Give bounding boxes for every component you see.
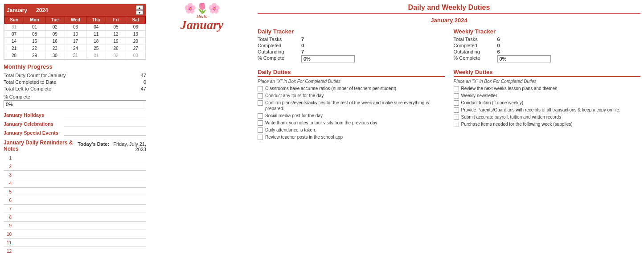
duty-text: Submit accurate payroll, tuition and wri… — [461, 114, 562, 120]
reminder-row: 2 — [4, 162, 146, 171]
progress-label: Total Completed to Date — [4, 79, 56, 85]
reminder-input-line — [13, 213, 146, 221]
calendar-day[interactable]: 20 — [126, 38, 145, 45]
calendar-day[interactable]: 09 — [45, 31, 65, 38]
tracker-value: 7 — [301, 37, 304, 42]
duty-text: Purchase items needed for the following … — [461, 121, 573, 127]
calendar-day[interactable]: 12 — [106, 31, 126, 38]
calendar-next-button[interactable]: ▼ — [136, 10, 143, 15]
page-title: Daily and Weekly Duties — [258, 4, 640, 14]
calendar-day[interactable]: 01 — [86, 52, 106, 59]
reminder-input-line — [13, 230, 146, 238]
calendar-day[interactable]: 26 — [106, 45, 126, 52]
daily-percent-label: % Complete — [258, 55, 298, 62]
duty-checkbox[interactable] — [454, 107, 459, 113]
monthly-progress-section: Monthly Progress Total Duty Count for Ja… — [4, 63, 146, 108]
daily-tracker-percent-row: % Complete — [258, 55, 445, 62]
duty-text: Confirm plans/events/activities for the … — [265, 100, 445, 111]
calendar-day[interactable]: 30 — [45, 52, 65, 59]
tracker-value: 7 — [301, 49, 304, 54]
tracker-label: Completed — [258, 43, 298, 48]
calendar-day[interactable]: 02 — [106, 52, 126, 59]
calendar-day[interactable]: 04 — [86, 24, 106, 31]
calendar-header: January 2024 ▲ ▼ — [4, 4, 146, 16]
duty-checkbox[interactable] — [258, 100, 263, 106]
daily-duties-col: Daily Duties Place an "X" in Box For Com… — [258, 69, 445, 141]
duty-checkbox[interactable] — [454, 93, 459, 99]
calendar-day[interactable]: 08 — [24, 31, 45, 38]
calendar-day[interactable]: 18 — [86, 38, 106, 45]
weekly-percent-input[interactable] — [497, 55, 551, 62]
calendar-day[interactable]: 27 — [126, 45, 145, 52]
calendar-day[interactable]: 28 — [4, 52, 24, 59]
daily-duty-item: Confirm plans/events/activities for the … — [258, 100, 445, 111]
reminder-number: 4 — [4, 181, 13, 186]
calendar-day[interactable]: 17 — [65, 38, 86, 45]
calendar-day[interactable]: 06 — [126, 24, 145, 31]
duty-text: Weekly newsletter — [461, 93, 497, 99]
duty-checkbox[interactable] — [258, 135, 263, 140]
duty-checkbox[interactable] — [258, 86, 263, 91]
calendar-day[interactable]: 03 — [126, 52, 145, 59]
calendar-day[interactable]: 31 — [65, 52, 86, 59]
percent-complete-label: % Complete — [4, 94, 146, 99]
calendar-day[interactable]: 22 — [24, 45, 45, 52]
calendar-day[interactable]: 29 — [24, 52, 45, 59]
left-column: January 2024 ▲ ▼ Sun Mon Tue Wed Thu — [4, 4, 146, 255]
duty-checkbox[interactable] — [454, 122, 459, 127]
calendar-day[interactable]: 03 — [65, 24, 86, 31]
calendar-day[interactable]: 05 — [106, 24, 126, 31]
daily-percent-input[interactable] — [301, 55, 355, 62]
reminders-section: January Daily Reminders & Notes Today's … — [4, 140, 146, 255]
calendar-day[interactable]: 13 — [126, 31, 145, 38]
daily-tracker-title: Daily Tracker — [258, 28, 445, 35]
weekly-tracker-row: Outstanding6 — [454, 49, 641, 54]
logo-flowers-top: 🌸🌷🌸 — [180, 4, 223, 13]
duty-checkbox[interactable] — [454, 100, 459, 106]
calendar-prev-button[interactable]: ▲ — [136, 5, 143, 10]
trackers-row: Daily Tracker Total Tasks7Completed0Outs… — [258, 28, 640, 63]
calendar-day[interactable]: 10 — [65, 31, 86, 38]
info-row: January Special Events — [4, 130, 146, 136]
hello-january-logo: 🌸🌷🌸 Hello January — [180, 4, 223, 31]
weekly-duties-instruction: Place an "X" in Box For Completed Duties — [454, 79, 641, 84]
reminder-input-line — [13, 154, 146, 162]
calendar-day[interactable]: 25 — [86, 45, 106, 52]
calendar-day[interactable]: 01 — [24, 24, 45, 31]
duty-checkbox[interactable] — [454, 115, 459, 120]
duty-text: Daily attendance is taken. — [265, 127, 316, 133]
calendar-day[interactable]: 16 — [45, 38, 65, 45]
tracker-label: Total Tasks — [454, 37, 494, 42]
duty-checkbox[interactable] — [258, 113, 263, 119]
duty-text: Review teacher posts in the school app — [265, 134, 343, 140]
weekly-duty-item: Conduct tuition (if done weekly) — [454, 100, 641, 106]
calendar-day[interactable]: 21 — [4, 45, 24, 52]
duty-checkbox[interactable] — [258, 93, 263, 99]
duty-checkbox[interactable] — [454, 86, 459, 91]
todays-date-section: Today's Date: Friday, July 21, 2023 — [77, 141, 146, 152]
calendar-day[interactable]: 02 — [45, 24, 65, 31]
info-line — [64, 121, 146, 127]
calendar-day[interactable]: 15 — [24, 38, 45, 45]
reminder-number: 12 — [4, 249, 13, 254]
calendar-day[interactable]: 14 — [4, 38, 24, 45]
daily-duty-item: Write thank you notes to tour visits fro… — [258, 120, 445, 126]
calendar-day[interactable]: 31 — [4, 24, 24, 31]
duty-checkbox[interactable] — [258, 120, 263, 126]
calendar-section: January 2024 ▲ ▼ Sun Mon Tue Wed Thu — [4, 4, 146, 60]
calendar-day[interactable]: 23 — [45, 45, 65, 52]
calendar-day[interactable]: 19 — [106, 38, 126, 45]
reminder-input-line — [13, 247, 146, 255]
calendar-day[interactable]: 07 — [4, 31, 24, 38]
tracker-label: Outstanding — [258, 49, 298, 54]
calendar-day[interactable]: 11 — [86, 31, 106, 38]
duty-checkbox[interactable] — [258, 128, 263, 133]
page-subtitle: January 2024 — [258, 17, 640, 24]
daily-duties-instruction: Place an "X" in Box For Completed Duties — [258, 79, 445, 84]
cal-header-tue: Tue — [45, 16, 65, 24]
calendar-day[interactable]: 24 — [65, 45, 86, 52]
percent-complete-input[interactable] — [4, 100, 146, 108]
reminder-input-line — [13, 171, 146, 179]
daily-duty-item: Conduct any tours for the day — [258, 93, 445, 99]
daily-tracker-box: Daily Tracker Total Tasks7Completed0Outs… — [258, 28, 445, 63]
